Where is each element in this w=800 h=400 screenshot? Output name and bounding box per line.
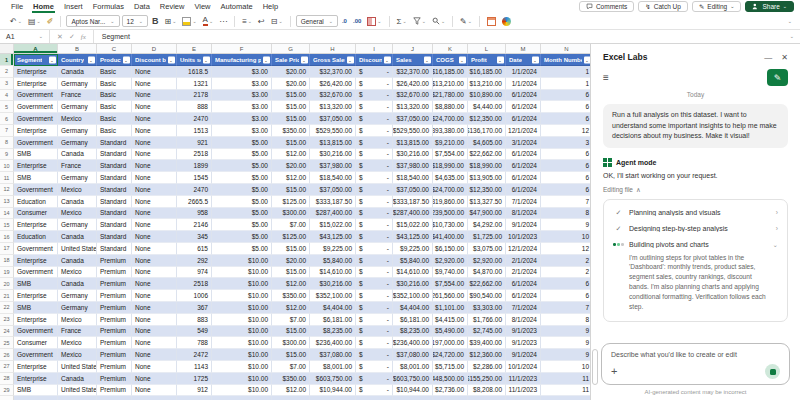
cell-C17[interactable]: Standard [97,243,132,255]
header-cell-A[interactable]: Segment⌄ [14,54,58,66]
cell-C7[interactable]: Basic [97,125,132,137]
cell-I23[interactable]: $- [356,314,393,326]
filter-button[interactable]: ⌄ [347,56,354,63]
cell-F27[interactable]: $10.00 [212,361,272,373]
cell-I4[interactable]: $- [356,90,393,102]
column-header-I[interactable]: I [356,44,393,53]
cell-A10[interactable]: Enterprise [14,160,58,172]
cell-K4[interactable]: $21,780.00 [433,90,468,102]
cell-E2[interactable]: 1618.5 [177,66,212,78]
cell-H18[interactable]: $5,840.00 [310,255,356,267]
cell-F28[interactable]: $10.00 [212,373,272,385]
cell-A5[interactable]: Government [14,101,58,113]
cell-A7[interactable]: Enterprise [14,125,58,137]
agent-step[interactable]: ✓Designing step-by-step analysis› [613,221,778,237]
font-size-select[interactable]: 12⌄ [122,15,148,27]
cell-J18[interactable]: $5,840.00 [393,255,433,267]
cell-G7[interactable]: $350.00 [272,125,310,137]
row-number-18[interactable]: 18 [0,255,14,267]
filter-button[interactable]: ⌄ [424,56,431,63]
row-number-23[interactable]: 23 [0,314,14,326]
cell-G9[interactable]: $12.00 [272,149,310,161]
cell-I7[interactable]: $- [356,125,393,137]
cell-E4[interactable]: 2178 [177,90,212,102]
cell-D23[interactable]: None [132,314,177,326]
column-header-H[interactable]: H [310,44,356,53]
cell-F2[interactable]: $3.00 [212,66,272,78]
cell-J13[interactable]: $333,187.50 [393,196,433,208]
cell-E12[interactable]: 2470 [177,184,212,196]
cell-E19[interactable]: 974 [177,267,212,279]
column-header-J[interactable]: J [393,44,433,53]
cell-E11[interactable]: 1545 [177,172,212,184]
menu-tab-review[interactable]: Review [155,0,190,13]
row-number-11[interactable]: 11 [0,172,14,184]
cell-B9[interactable]: Canada [58,149,97,161]
cell-D11[interactable]: None [132,172,177,184]
cell-D5[interactable]: None [132,101,177,113]
cell-K24[interactable]: $5,490.00 [433,326,468,338]
cell-B19[interactable]: Mexico [58,267,97,279]
cell-G28[interactable]: $350.00 [272,373,310,385]
cell-B4[interactable]: France [58,90,97,102]
cell-G16[interactable]: $125.00 [272,231,310,243]
cell-J20[interactable]: $30,216.00 [393,278,433,290]
cell-E22[interactable]: 367 [177,302,212,314]
cell-A22[interactable]: SMB [14,302,58,314]
cell-L5[interactable]: $4,440.00 [468,101,506,113]
cell-N22[interactable]: 7 [541,302,590,314]
cell-I9[interactable]: $- [356,149,393,161]
cell-H6[interactable]: $37,050.00 [310,113,356,125]
cell-C23[interactable]: Premium [97,314,132,326]
cell-B20[interactable]: Canada [58,278,97,290]
cell-D10[interactable]: None [132,160,177,172]
cell-I18[interactable]: $- [356,255,393,267]
cell-H28[interactable]: $603,750.00 [310,373,356,385]
cell-M3[interactable]: 1/1/2024 [506,78,541,90]
cell-A11[interactable]: SMB [14,172,58,184]
cell-K6[interactable]: $24,700.00 [433,113,468,125]
autosum-button[interactable]: Σ⌄ [395,16,409,27]
cell-G26[interactable]: $15.00 [272,349,310,361]
cell-J27[interactable]: $8,001.00 [393,361,433,373]
cell-I20[interactable]: $- [356,278,393,290]
cell-L10[interactable]: $18,990.00 [468,160,506,172]
cell-F3[interactable]: $3.00 [212,78,272,90]
cell-M20[interactable]: 6/1/2024 [506,278,541,290]
cell-C29[interactable]: Premium [97,385,132,397]
more-formatting-button[interactable]: ⋯ [217,16,229,27]
cell-F23[interactable]: $10.00 [212,314,272,326]
cell-B3[interactable]: Germany [58,78,97,90]
cell-N14[interactable]: 8 [541,208,590,220]
cell-N30[interactable] [541,396,590,400]
minimize-icon[interactable]: — [764,53,772,62]
filter-button[interactable]: ⌄ [301,56,308,63]
cell-G21[interactable]: $350.00 [272,290,310,302]
cell-M15[interactable]: 9/1/2024 [506,219,541,231]
column-header-F[interactable]: F [212,44,272,53]
cell-K5[interactable]: $8,880.00 [433,101,468,113]
cell-M16[interactable]: 10/1/2023 [506,231,541,243]
find-button[interactable]: ⌄ [430,16,447,26]
editing-mode-button[interactable]: ✎ Editing ⌄ [692,1,742,12]
cell-C12[interactable]: Standard [97,184,132,196]
cell-I11[interactable]: $- [356,172,393,184]
cell-N8[interactable]: 3 [541,137,590,149]
cell-C2[interactable]: Basic [97,66,132,78]
paste-button[interactable]: ▤⌄ [26,16,43,27]
cell-G4[interactable]: $15.00 [272,90,310,102]
cell-H10[interactable]: $37,980.00 [310,160,356,172]
cell-L16[interactable]: $1,725.00 [468,231,506,243]
cell-A23[interactable]: Enterprise [14,314,58,326]
undo-button[interactable]: ↶⌄ [8,16,24,27]
column-header-K[interactable]: K [433,44,468,53]
column-header-C[interactable]: C [97,44,132,53]
filter-button[interactable]: ⌄ [532,56,539,63]
cell-M5[interactable]: 6/1/2024 [506,101,541,113]
cell-H20[interactable]: $30,216.00 [310,278,356,290]
header-cell-B[interactable]: Country⌄ [58,54,97,66]
cell-C14[interactable]: Standard [97,208,132,220]
cell-K12[interactable]: $24,700.00 [433,184,468,196]
cell-F9[interactable]: $5.00 [212,149,272,161]
cell-C18[interactable]: Premium [97,255,132,267]
